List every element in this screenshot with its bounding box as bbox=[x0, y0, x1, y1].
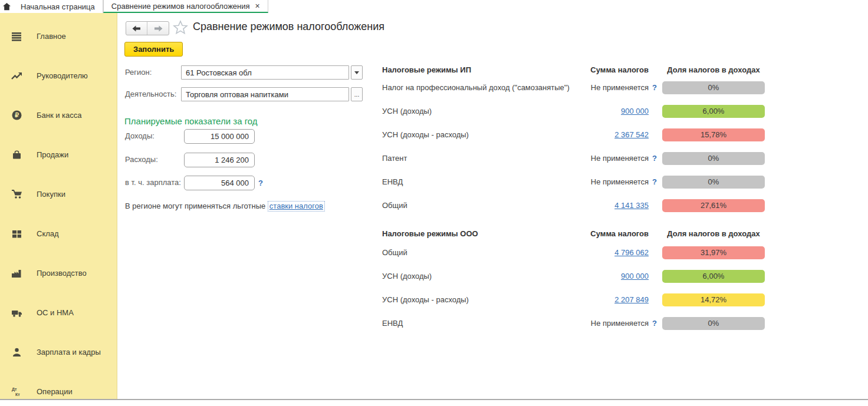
benefit-note: В регионе могут применяться льготные ста… bbox=[125, 202, 325, 210]
close-icon[interactable]: × bbox=[255, 2, 260, 10]
sidebar-item-bank-cash[interactable]: ₽ Банк и касса bbox=[0, 95, 117, 135]
region-input[interactable] bbox=[181, 65, 349, 80]
share-bar: 0% bbox=[662, 81, 765, 94]
sidebar-item-sales[interactable]: Продажи bbox=[0, 135, 117, 174]
sidebar-item-label: Операции bbox=[37, 387, 73, 396]
tax-sum-link[interactable]: 900 000 bbox=[621, 107, 649, 115]
main-content: Сравнение режимов налогообложения Заполн… bbox=[118, 13, 868, 399]
salary-help-icon[interactable]: ? bbox=[258, 176, 263, 190]
help-icon[interactable]: ? bbox=[652, 319, 657, 328]
sidebar: Главное Руководителю ₽ Банк и касса Прод… bbox=[0, 13, 117, 399]
application-window: Начальная страница Сравнение режимов нал… bbox=[0, 0, 868, 406]
sidebar-item-purchases[interactable]: Покупки bbox=[0, 174, 117, 214]
not-applicable-text: Не применяется bbox=[591, 83, 649, 92]
cart-icon bbox=[10, 189, 23, 199]
sidebar-item-fixed-assets[interactable]: ОС и НМА bbox=[0, 293, 117, 332]
history-nav-group bbox=[126, 21, 169, 35]
expenses-input[interactable] bbox=[184, 153, 255, 167]
window-bottom-divider bbox=[0, 399, 868, 400]
salary-label: в т. ч. зарплата: bbox=[125, 176, 181, 190]
benefit-text: В регионе могут применяться льготные bbox=[125, 202, 265, 210]
favorite-star-icon[interactable] bbox=[173, 20, 188, 37]
sidebar-item-label: Главное bbox=[37, 32, 66, 41]
pallet-icon bbox=[10, 229, 23, 239]
income-label: Доходы: bbox=[125, 129, 154, 143]
svg-text:₽: ₽ bbox=[15, 111, 19, 118]
share-bar: 0% bbox=[662, 176, 765, 189]
menu-icon bbox=[10, 32, 23, 41]
share-bar: 6,00% bbox=[662, 105, 765, 118]
planned-indicators-heading: Планируемые показатели за год bbox=[124, 116, 258, 126]
not-applicable-text: Не применяется bbox=[591, 177, 649, 186]
tax-sum-link[interactable]: 4 796 062 bbox=[614, 248, 649, 257]
income-input[interactable] bbox=[184, 129, 255, 144]
sidebar-item-label: Зарплата и кадры bbox=[37, 348, 101, 357]
person-icon bbox=[10, 348, 23, 357]
sidebar-item-label: Руководителю bbox=[37, 71, 88, 80]
sidebar-item-label: Производство bbox=[37, 269, 87, 278]
ruble-icon: ₽ bbox=[10, 110, 23, 120]
sidebar-item-label: ОС и НМА bbox=[37, 308, 74, 317]
tax-sum-link[interactable]: 2 207 849 bbox=[614, 295, 649, 304]
forward-button[interactable] bbox=[147, 22, 169, 35]
sidebar-item-production[interactable]: Производство bbox=[0, 253, 117, 293]
salary-input[interactable] bbox=[184, 176, 255, 190]
truck-icon bbox=[10, 308, 23, 318]
fill-button[interactable]: Заполнить bbox=[124, 42, 183, 57]
svg-text:Дт: Дт bbox=[12, 387, 17, 392]
bag-icon bbox=[10, 150, 23, 160]
back-button[interactable] bbox=[126, 22, 147, 35]
sidebar-item-label: Банк и касса bbox=[37, 111, 82, 120]
help-icon[interactable]: ? bbox=[652, 177, 657, 186]
trend-up-icon bbox=[10, 71, 23, 81]
tax-sum-link[interactable]: 2 367 542 bbox=[614, 130, 649, 139]
section-title-ip: Налоговые режимы ИП bbox=[382, 65, 471, 74]
sidebar-item-salary-hr[interactable]: Зарплата и кадры bbox=[0, 332, 117, 372]
not-applicable-text: Не применяется bbox=[591, 154, 649, 163]
region-label: Регион: bbox=[125, 65, 152, 80]
sidebar-item-warehouse[interactable]: Склад bbox=[0, 214, 117, 253]
share-bar: 27,61% bbox=[662, 199, 765, 212]
chevron-down-icon bbox=[354, 71, 359, 74]
column-header-share: Доля налогов в доходах bbox=[662, 229, 765, 238]
page-title: Сравнение режимов налогообложения bbox=[193, 21, 384, 33]
help-icon[interactable]: ? bbox=[652, 154, 657, 163]
share-bar: 0% bbox=[662, 317, 765, 330]
tab-bar: Начальная страница Сравнение режимов нал… bbox=[0, 0, 868, 13]
not-applicable-text: Не применяется bbox=[591, 319, 649, 328]
sidebar-item-operations[interactable]: ДтКт Операции bbox=[0, 372, 117, 399]
column-header-sum: Сумма налогов bbox=[531, 229, 649, 238]
tax-rates-link[interactable]: ставки налогов bbox=[268, 201, 325, 212]
share-bar: 6,00% bbox=[662, 270, 765, 283]
sidebar-item-label: Продажи bbox=[37, 150, 68, 159]
sidebar-item-manager[interactable]: Руководителю bbox=[0, 56, 117, 95]
tab-label: Начальная страница bbox=[21, 2, 95, 11]
tax-sum-link[interactable]: 900 000 bbox=[621, 272, 649, 280]
sidebar-item-label: Склад bbox=[37, 229, 59, 238]
svg-text:Кт: Кт bbox=[15, 392, 20, 397]
sidebar-item-label: Покупки bbox=[37, 190, 65, 199]
section-title-ooo: Налоговые режимы ООО bbox=[382, 229, 478, 238]
expenses-label: Расходы: bbox=[125, 153, 158, 167]
factory-icon bbox=[10, 269, 23, 278]
tab-tax-regime-comparison[interactable]: Сравнение режимов налогообложения × bbox=[103, 0, 268, 13]
activity-more-button[interactable]: ... bbox=[351, 87, 363, 101]
share-bar: 14,72% bbox=[662, 293, 765, 306]
sidebar-item-main[interactable]: Главное bbox=[0, 16, 117, 56]
dt-kt-icon: ДтКт bbox=[10, 387, 23, 397]
share-bar: 0% bbox=[662, 152, 765, 165]
region-dropdown-button[interactable] bbox=[351, 65, 363, 80]
home-icon[interactable] bbox=[0, 0, 13, 13]
tab-label: Сравнение режимов налогообложения bbox=[111, 2, 250, 11]
tab-home-page[interactable]: Начальная страница bbox=[13, 0, 103, 13]
column-header-sum: Сумма налогов bbox=[531, 65, 649, 74]
activity-input[interactable] bbox=[181, 87, 349, 101]
help-icon[interactable]: ? bbox=[652, 83, 657, 92]
share-bar: 15,78% bbox=[662, 128, 765, 141]
share-bar: 31,97% bbox=[662, 246, 765, 259]
column-header-share: Доля налогов в доходах bbox=[662, 65, 765, 74]
activity-label: Деятельность: bbox=[125, 87, 176, 101]
tax-sum-link[interactable]: 4 141 335 bbox=[614, 201, 649, 210]
